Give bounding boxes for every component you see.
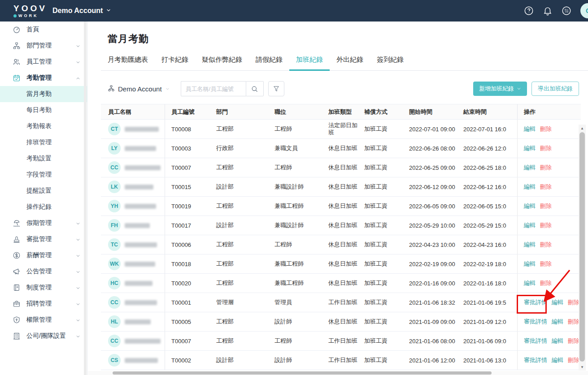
edit-link[interactable]: 編輯 [552,318,563,326]
overtime-type-cell: 休息日加班 [322,164,358,171]
approval-detail-link[interactable]: 審批詳情 [524,337,547,345]
tab-1[interactable]: 月考勤匯總表 [101,56,155,70]
sidebar-subitem[interactable]: 字段管理 [0,167,87,183]
sidebar-subitem[interactable]: 排班管理 [0,134,87,151]
help-icon[interactable] [524,6,534,16]
chevron-down-icon [75,269,81,274]
sidebar-subitem[interactable]: 每日考勤 [0,102,87,118]
export-overtime-button[interactable]: 導出加班紀錄 [531,82,579,96]
sidebar-item[interactable]: 審批管理 [0,231,87,247]
sidebar-item[interactable]: 部門管理 [0,38,87,54]
avatar-blurred-icon[interactable] [562,6,571,16]
table-row: CCT00001管理層管理員工作日加班加班工資2021-01-06 18:322… [101,293,581,312]
edit-link[interactable]: 編輯 [524,183,536,191]
edit-link[interactable]: 編輯 [524,125,536,133]
bell-icon[interactable] [543,6,553,16]
horizontal-scrollbar[interactable] [88,371,588,375]
main-content: 當月考勤 月考勤匯總表打卡紀錄疑似作弊紀錄請假紀錄加班紀錄外出紀錄簽到紀錄 De… [88,22,588,375]
employee-name-cell: CC [101,332,165,350]
delete-link[interactable]: 刪除 [568,318,579,326]
vertical-scrollbar-thumb[interactable] [579,132,585,362]
end-time-cell: 2022-07-01 16:0 [457,126,517,133]
tab-5[interactable]: 加班紀錄 [289,56,330,70]
compensation-cell: 加班工資 [358,260,403,268]
filter-button[interactable] [268,81,284,96]
delete-link[interactable]: 刪除 [540,202,552,210]
delete-link[interactable]: 刪除 [540,183,552,191]
sidebar-subitem[interactable]: 考勤報表 [0,118,87,134]
tab-2[interactable]: 打卡紀錄 [155,56,195,70]
chevron-down-icon [75,220,81,226]
search-button[interactable] [246,81,264,96]
logo-text-yoov: YOOV [13,4,43,13]
edit-link[interactable]: 編輯 [552,356,563,364]
edit-link[interactable]: 編輯 [524,279,536,287]
delete-link[interactable]: 刪除 [540,221,552,229]
sidebar-item[interactable]: 假期管理 [0,215,87,231]
delete-link[interactable]: 刪除 [540,164,552,172]
sidebar-item[interactable]: 權限管理 [0,312,87,328]
edit-link[interactable]: 編輯 [524,221,536,229]
sidebar-item[interactable]: 制度管理 [0,280,87,296]
end-time-cell: 2021-01-06 19:5 [457,299,517,306]
edit-link[interactable]: 編輯 [524,164,536,172]
table-row: TCT00006工程部工程師休息日加班加班工資2022-04-23 10:002… [101,235,581,254]
actions-cell: 編輯刪除 [517,274,579,293]
chevron-down-icon [75,43,81,48]
tab-4[interactable]: 請假紀錄 [249,56,289,70]
approval-detail-link[interactable]: 審批詳情 [524,356,547,364]
delete-link[interactable]: 刪除 [540,144,552,152]
delete-link[interactable]: 刪除 [540,125,552,133]
start-time-cell: 2022-05-29 10:00 [403,222,457,229]
avatar: CS [108,354,121,366]
add-overtime-button[interactable]: 新增加班紀錄 [473,82,527,96]
edit-link[interactable]: 編輯 [552,298,563,306]
delete-link[interactable]: 刪除 [568,298,579,306]
sidebar-item[interactable]: 員工管理 [0,54,87,70]
start-time-cell: 2022-06-12 09:00 [403,184,457,190]
table-row: FHT00017設計部兼職設計師休息日加班加班工資2022-05-29 10:0… [101,216,581,235]
scroll-up-arrow[interactable]: ▲ [579,125,586,132]
edit-link[interactable]: 編輯 [552,337,563,345]
actions-cell: 審批詳情編輯刪除 [517,312,579,331]
approval-detail-link[interactable]: 審批詳情 [524,298,547,306]
horizontal-scrollbar-thumb[interactable] [113,371,492,375]
department-icon [13,42,21,50]
sidebar-item[interactable]: 招聘管理 [0,296,87,312]
search-input[interactable] [181,81,246,96]
sidebar-item[interactable]: 公告管理 [0,263,87,280]
vertical-scrollbar[interactable]: ▲ ▼ [579,125,586,371]
sidebar-item[interactable]: 薪酬管理 [0,247,87,263]
sidebar-subitem[interactable]: 當月考勤 [0,86,87,102]
edit-link[interactable]: 編輯 [524,241,536,249]
avatar: CT [108,123,121,135]
start-time-cell: 2022-02-19 09:00 [403,261,457,267]
edit-link[interactable]: 編輯 [524,144,536,152]
sidebar-subitem[interactable]: 操作紀錄 [0,199,87,215]
yoov-logo[interactable]: YOOV WORK [0,4,43,18]
sidebar-item[interactable]: 公司/團隊設置 [0,328,87,344]
scroll-down-arrow[interactable]: ▼ [579,363,586,371]
sidebar-subitem[interactable]: 考勤設置 [0,151,87,167]
delete-link[interactable]: 刪除 [568,337,579,345]
tab-6[interactable]: 外出紀錄 [330,56,370,70]
tabs: 月考勤匯總表打卡紀錄疑似作弊紀錄請假紀錄加班紀錄外出紀錄簽到紀錄 [101,56,588,71]
scope-selector[interactable]: Demo Account [108,85,170,93]
department-cell: 工程部 [210,202,268,210]
delete-link[interactable]: 刪除 [540,279,552,287]
compensation-cell: 加班工資 [358,144,403,152]
sidebar-item[interactable]: 考勤管理 [0,70,87,86]
edit-link[interactable]: 編輯 [524,202,536,210]
delete-link[interactable]: 刪除 [540,260,552,268]
edit-link[interactable]: 編輯 [524,260,536,268]
delete-link[interactable]: 刪除 [568,356,579,364]
employee-code-cell: T00006 [165,241,210,248]
tab-3[interactable]: 疑似作弊紀錄 [195,56,249,70]
tab-7[interactable]: 簽到紀錄 [370,56,410,70]
sidebar-item[interactable]: 首頁 [0,22,87,38]
delete-link[interactable]: 刪除 [540,241,552,249]
approval-detail-link[interactable]: 審批詳情 [524,318,547,326]
user-avatar[interactable]: C [580,3,588,18]
account-switcher[interactable]: Demo Account [52,7,111,15]
sidebar-subitem[interactable]: 提醒設置 [0,183,87,199]
